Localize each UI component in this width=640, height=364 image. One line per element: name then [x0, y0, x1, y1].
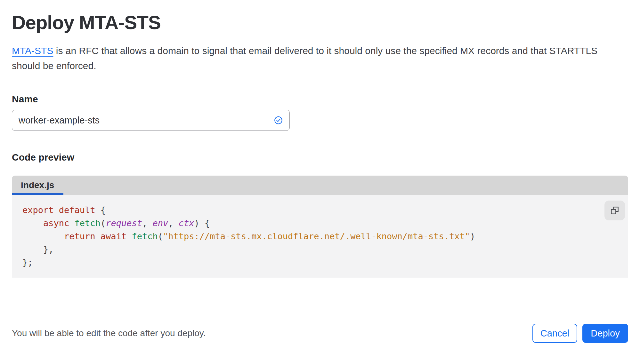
name-label: Name — [12, 94, 628, 105]
copy-button[interactable] — [604, 201, 625, 220]
deploy-mta-sts-page: Deploy MTA-STS MTA-STS is an RFC that al… — [0, 0, 640, 364]
code-body: export default { async fetch(request, en… — [12, 195, 628, 278]
deploy-button[interactable]: Deploy — [582, 324, 628, 343]
code-preview-card: index.js export default { async fetch(re… — [12, 176, 628, 278]
name-input[interactable] — [12, 110, 290, 131]
description-text: is an RFC that allows a domain to signal… — [12, 45, 597, 71]
page-title: Deploy MTA-STS — [12, 12, 628, 34]
footer-note: You will be able to edit the code after … — [12, 328, 206, 338]
tab-label: index.js — [21, 180, 54, 190]
name-input-wrap — [12, 110, 290, 131]
copy-icon — [610, 205, 620, 216]
description: MTA-STS is an RFC that allows a domain t… — [12, 43, 627, 73]
footer: You will be able to edit the code after … — [12, 324, 628, 343]
code-preview-label: Code preview — [12, 152, 628, 163]
tab-index-js[interactable]: index.js — [12, 176, 63, 195]
cancel-button[interactable]: Cancel — [532, 324, 577, 343]
code-block: export default { async fetch(request, en… — [22, 203, 599, 269]
footer-actions: Cancel Deploy — [532, 324, 628, 343]
mta-sts-link[interactable]: MTA-STS — [12, 45, 53, 56]
check-circle-icon — [274, 116, 283, 125]
code-tabbar: index.js — [12, 176, 628, 195]
footer-divider — [12, 314, 628, 314]
